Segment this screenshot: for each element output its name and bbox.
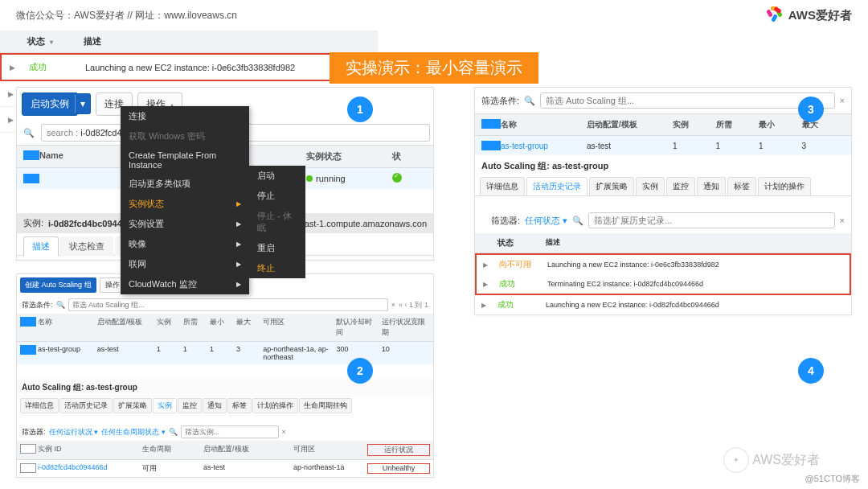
col-state[interactable]: 实例状态 (306, 150, 392, 162)
chevron-right-icon: ▶ (236, 200, 241, 208)
tab-monitor[interactable]: 监控 (178, 398, 202, 413)
menu-cloudwatch[interactable]: CloudWatch 监控▶ (121, 274, 249, 294)
chevron-right-icon: ▶ (236, 281, 241, 288)
asg-tabs: 详细信息 活动历史记录 扩展策略 实例 监控 通知 标签 计划的操作 (475, 177, 851, 196)
instance-filter-input[interactable] (181, 425, 279, 438)
submenu-reboot[interactable]: 重启 (249, 238, 305, 258)
asg-table-header: 名称 启动配置/模板 实例 所需 最小 最大 可用区 默认冷却时间 运行状况宽限… (17, 314, 433, 342)
asg-filter-input[interactable] (540, 92, 835, 109)
select-all-checkbox[interactable] (481, 119, 501, 129)
launch-dropdown-button[interactable]: ▾ (75, 93, 91, 114)
watermark-text: @51CTO博客 (805, 473, 860, 485)
tab-scheduled[interactable]: 计划的操作 (252, 398, 298, 413)
filter-label: 筛选条件: (22, 300, 53, 310)
tab-instances[interactable]: 实例 (636, 177, 665, 195)
instances-table-header: 实例 ID 生命周期 启动配置/模板 可用区 运行状况 (17, 441, 433, 460)
status-filter-dropdown[interactable]: 任何状态 ▾ (525, 215, 567, 227)
step-badge-2: 2 (347, 358, 373, 384)
history-table-header: 状态 描述 (475, 233, 851, 253)
table-row[interactable]: as-test-group as-test 1 1 1 3 (475, 136, 851, 155)
actions-context-menu: 连接 获取 Windows 密码 Create Template From In… (121, 106, 249, 294)
row-checkbox[interactable] (481, 141, 501, 150)
expand-icon[interactable]: ▶ (481, 302, 497, 309)
status-ok-icon (392, 173, 402, 183)
create-asg-button[interactable]: 创建 Auto Scaling 组 (20, 277, 96, 293)
submenu-start[interactable]: 启动 (249, 166, 305, 186)
instance-state-submenu: 启动 停止 停止 - 休眠 重启 终止 (249, 166, 305, 278)
tab-policy[interactable]: 扩展策略 (113, 398, 152, 413)
row-checkbox[interactable] (20, 345, 36, 355)
asg-table-header: 名称 启动配置/模板 实例 所需 最小 最大 (475, 113, 851, 136)
history-row[interactable]: ▶ 成功 Terminating EC2 instance: i-0d82fcd… (477, 274, 850, 294)
select-all-checkbox[interactable] (20, 317, 36, 327)
watermark-logo: ✦ AWS爱好者 (723, 447, 820, 473)
header-left: 微信公众号：AWS爱好者 // 网址：www.iloveaws.cn (16, 9, 237, 23)
table-row[interactable]: as-test-group as-test 1 1 1 3 ap-northea… (17, 342, 433, 364)
asg-subtitle: Auto Scaling 组: as-test-group (475, 155, 851, 177)
sort-icon[interactable]: ▾ (50, 39, 53, 46)
highlighted-rows: ▶ 尚不可用 Launching a new EC2 instance: i-0… (475, 253, 851, 295)
tab-lifecycle[interactable]: 生命周期挂钩 (299, 398, 352, 413)
step-badge-1: 1 (347, 97, 373, 122)
page-header: 微信公众号：AWS爱好者 // 网址：www.iloveaws.cn AWS爱好… (0, 0, 868, 31)
row-checkbox[interactable] (23, 174, 39, 183)
menu-network[interactable]: 联网▶ (121, 254, 249, 274)
wechat-icon: ✦ (723, 447, 749, 473)
menu-instance-settings[interactable]: 实例设置▶ (121, 214, 249, 234)
submenu-stop[interactable]: 停止 (249, 186, 305, 206)
asg-tabs: 详细信息 活动历史记录 扩展策略 实例 监控 通知 标签 计划的操作 生命周期挂… (17, 397, 433, 415)
history-row[interactable]: ▶ 尚不可用 Launching a new EC2 instance: i-0… (477, 255, 850, 274)
search-icon: 🔍 (20, 128, 38, 138)
tab-detail[interactable]: 详细信息 (480, 177, 525, 195)
menu-instance-state[interactable]: 实例状态▶ (121, 194, 249, 214)
tab-notify[interactable]: 通知 (697, 177, 726, 195)
table-row[interactable]: i-0d82fcd4bc094466d 可用 as-test ap-northe… (17, 460, 433, 477)
select-all-checkbox[interactable] (20, 444, 36, 454)
expand-icon[interactable]: ▶ (10, 64, 29, 72)
lifecycle-filter-dropdown[interactable]: 任何生命周期状态 ▾ (101, 427, 166, 438)
tab-notify[interactable]: 通知 (203, 398, 227, 413)
row-checkbox[interactable] (20, 463, 36, 473)
asg-filter-input[interactable] (68, 298, 388, 311)
tab-history[interactable]: 活动历史记录 (526, 177, 588, 195)
tab-detail[interactable]: 详细信息 (20, 398, 59, 413)
step-badge-3: 3 (798, 97, 824, 122)
tab-instances[interactable]: 实例 (153, 398, 177, 413)
select-all-checkbox[interactable] (23, 150, 39, 160)
search-icon: 🔍 (572, 216, 583, 226)
tab-tags[interactable]: 标签 (227, 398, 252, 413)
history-row-highlighted[interactable]: ▶ 成功 Launching a new EC2 instance: i-0e6… (0, 53, 378, 81)
history-filter-input[interactable] (588, 212, 834, 228)
menu-launch-more[interactable]: 启动更多类似项 (121, 174, 249, 194)
tab-tags[interactable]: 标签 (727, 177, 756, 195)
history-table-header: 状态 ▾ 描述 (0, 31, 378, 53)
expand-icon[interactable]: ▶ (483, 261, 499, 269)
tab-policy[interactable]: 扩展策略 (589, 177, 634, 195)
launch-instance-button[interactable]: 启动实例 (22, 92, 78, 116)
chevron-right-icon: ▶ (236, 240, 241, 248)
clear-icon[interactable]: × (840, 216, 845, 225)
tab-description[interactable]: 描述 (23, 236, 59, 256)
expand-icon[interactable]: ▶ (483, 281, 499, 288)
clear-icon[interactable]: × (840, 96, 845, 105)
flower-icon (766, 6, 784, 24)
filter-label: 筛选器: (22, 427, 46, 438)
search-icon: 🔍 (524, 96, 535, 106)
tab-status-check[interactable]: 状态检查 (60, 236, 113, 256)
filter-label: 筛选条件: (481, 95, 519, 107)
filter-label: 筛选器: (491, 215, 520, 227)
demo-title-banner: 实操演示：最小容量演示 (330, 52, 538, 84)
history-row[interactable]: ▶ 成功 Launching a new EC2 instance: i-0d8… (475, 295, 851, 314)
submenu-terminate[interactable]: 终止 (249, 258, 305, 278)
col-status[interactable]: 状 (392, 150, 427, 162)
menu-create-template[interactable]: Create Template From Instance (121, 146, 249, 174)
menu-connect[interactable]: 连接 (121, 106, 249, 126)
menu-image[interactable]: 映像▶ (121, 234, 249, 254)
brand-logo: AWS爱好者 (766, 6, 852, 24)
health-filter-dropdown[interactable]: 任何运行状况 ▾ (49, 427, 99, 438)
tab-monitor[interactable]: 监控 (666, 177, 695, 195)
autoscaling-panel-3: 筛选条件: 🔍 × 名称 启动配置/模板 实例 所需 最小 最大 as-test… (474, 87, 852, 315)
status-dot-icon (306, 175, 313, 182)
tab-history[interactable]: 活动历史记录 (59, 398, 113, 413)
tab-scheduled[interactable]: 计划的操作 (758, 177, 811, 195)
